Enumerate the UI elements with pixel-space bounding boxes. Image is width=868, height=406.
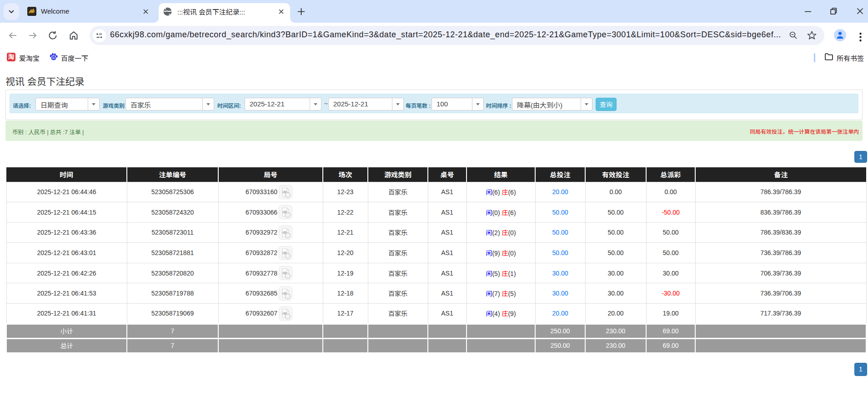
- svg-text:du: du: [52, 56, 55, 60]
